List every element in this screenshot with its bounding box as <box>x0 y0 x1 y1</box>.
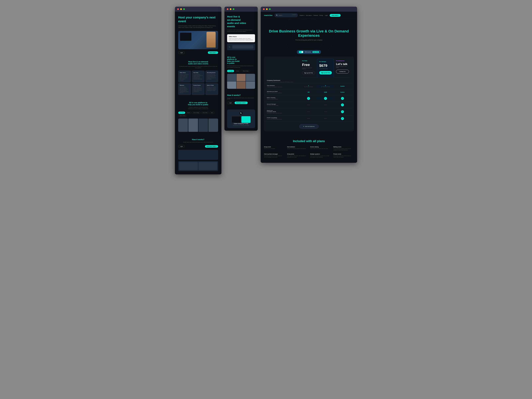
col1-tab-rooms[interactable]: Rooms <box>186 112 191 114</box>
dash-icon-free-account <box>307 105 310 105</box>
plan-note-startup: /month billed yearly <box>319 68 332 69</box>
col2-tech-talks-label: Te... <box>229 46 231 48</box>
pricing-hero: Drive Business Growth via Live & On Dema… <box>261 19 357 47</box>
col1-tab-chat[interactable]: Chat & Polls <box>201 112 209 114</box>
plan-btn-enterprise[interactable]: Contact Us <box>336 70 349 74</box>
billing-toggle[interactable]: Billed yearly Save 15% <box>297 50 321 54</box>
row-free-account <box>300 105 317 105</box>
chevron-down-icon: ▾ <box>303 126 304 127</box>
nav-explore[interactable]: Explore ▾ <box>300 15 304 16</box>
browser-chrome-col1 <box>175 7 222 12</box>
col1-section3: All in one platform tohelp you build in … <box>175 98 222 135</box>
col2-tech-talks-preview <box>232 45 253 49</box>
pricing-hero-inner: Drive Business Growth via Live & On Dema… <box>266 26 352 44</box>
pricing-row-team: Team Members Invite your colleagues to y… <box>264 83 354 89</box>
col1-card-text-5: Talk about your process of building your… <box>207 86 217 91</box>
plan-label-free: For Trials <box>302 60 315 61</box>
dash-icon-free-studio <box>307 112 310 112</box>
billing-toggle-switch[interactable] <box>299 51 304 53</box>
nav-explore-chevron: ▾ <box>304 15 304 16</box>
col2-host-button[interactable]: Host your event > <box>234 101 248 104</box>
plan-btn-free[interactable]: Sign up for Free <box>302 71 315 75</box>
col1-how-host[interactable]: Host your event > <box>205 145 218 148</box>
col2-tab-livestage[interactable]: Live Stage <box>227 70 234 72</box>
browser-dot-yellow-3 <box>266 8 268 10</box>
pricing-header: For Trials Free Forever, no credit card … <box>264 57 354 78</box>
nav-pricing[interactable]: Pricing <box>319 15 323 16</box>
col1-login-button[interactable]: Login <box>178 51 185 54</box>
browser-dot-red-3 <box>263 8 265 10</box>
col2-tab-photo[interactable]: Photo Collage <box>241 70 250 72</box>
row-startup-team: 8 then $88 per member <box>317 85 334 87</box>
col2-section2-desc: All features required to host amazing vi… <box>227 65 255 68</box>
col1-tab-photo[interactable]: Photo Collage <box>192 112 201 114</box>
check-icon-enterprise-rtmp: ✓ <box>341 117 344 120</box>
row-label-account: Account Manager Your dedicated consultan… <box>267 104 300 106</box>
col2-claim-card: 🔍 Claim Company Profile Find & claim you… <box>227 110 255 128</box>
dash-icon-free-rtmp <box>307 118 310 119</box>
included-waiting-rooms: Waiting rooms Fun & interesting waiting … <box>333 146 354 151</box>
pricing-row-attendees: Attendees per Month Make sure to reach y… <box>264 89 354 95</box>
col1-how-login[interactable]: Login <box>178 145 185 148</box>
plan-price-free: Free <box>302 63 315 67</box>
save-badge: Save 15% <box>312 51 319 53</box>
dash-icon-startup-account <box>324 105 327 105</box>
col2-claim-title: Claim Company Profile <box>229 123 253 124</box>
dash-icon-startup-rtmp <box>324 118 327 119</box>
row-enterprise-ticketing: ✓ <box>334 97 351 100</box>
view-all-button[interactable]: ▾ View all features <box>299 124 319 129</box>
pricing-row-rtmp: RTMP Compatibility Stream with professio… <box>264 115 354 122</box>
col1-cards-grid: Office Hours Answer your customer's ques… <box>178 71 218 95</box>
col2-video-preview <box>227 74 255 89</box>
pricing-header-empty <box>267 60 300 78</box>
col2-screens-preview <box>229 116 253 123</box>
col1-tab-vibes[interactable]: Vibes <box>209 112 215 114</box>
pricing-subtitle: Pick the pricing plan perfect for your c… <box>266 39 352 41</box>
col2-person-6 <box>246 82 255 89</box>
included-group-photo: Group photo Take a group selfie photo wi… <box>287 153 308 158</box>
navbar: reach.live 🔍 Search . Explore ▾ Use case… <box>261 12 357 19</box>
pricing-row-account: Account Manager Your dedicated consultan… <box>264 101 354 108</box>
col2-login-button[interactable]: Login <box>227 101 234 104</box>
nav-host-button[interactable]: Host event > <box>330 14 341 17</box>
browser-window-col2: Host live &on-demandaudio and videoevent… <box>224 7 258 131</box>
plan-price-enterprise: Let's talk <box>336 63 349 66</box>
browser-window-col1: Host your company's next event Unlock th… <box>175 7 222 174</box>
col1-host-button[interactable]: Host event > <box>208 51 218 54</box>
plan-col-free: For Trials Free Forever, no credit card … <box>300 60 317 78</box>
col1-card-tech-talks: Tech Talks Host interesting & engaging t… <box>192 71 204 82</box>
nav-features-label: Features <box>313 15 318 16</box>
row-startup-attendees: 5,000 <box>317 92 334 93</box>
section-label-text: Company Dashboard <box>267 80 300 81</box>
nav-links: Explore ▾ Use cases ▾ Features Pricing <box>300 15 323 16</box>
nav-login-button[interactable]: Login <box>325 15 328 16</box>
col1-how-title: How it works? <box>178 139 218 140</box>
col2-person-1 <box>227 74 236 81</box>
row-label-rtmp: RTMP Compatibility Stream with professio… <box>267 117 300 120</box>
browser-window-col3: reach.live 🔍 Search . Explore ▾ Use case… <box>261 7 357 163</box>
col1-tab-livestage[interactable]: Live Stage <box>178 112 185 114</box>
nav-usecases[interactable]: Use cases ▾ <box>306 15 312 16</box>
plan-btn-startup[interactable]: Sign up for Free <box>319 71 332 75</box>
plan-col-startup: For Startups $679 /month billed yearly S… <box>317 59 334 78</box>
logo: reach.live <box>264 14 272 16</box>
plan-note-free: Forever, no credit card required <box>302 67 315 69</box>
search-box[interactable]: 🔍 Search . <box>274 13 298 17</box>
col1-photo-grid <box>178 119 218 132</box>
browser-dot-red <box>177 8 179 10</box>
browser-dot-yellow-2 <box>230 8 231 10</box>
col2-screen-2 <box>241 116 251 123</box>
col2-person-3 <box>246 74 255 81</box>
row-startup-ticketing: ✓ <box>317 97 334 100</box>
col1-tab-stream[interactable]: Stream Videos <box>178 114 187 117</box>
nav-usecases-chevron: ▾ <box>311 15 312 16</box>
search-icon: 🔍 <box>276 15 278 16</box>
search-input[interactable] <box>279 15 291 16</box>
pricing-row-studio: Reach.LiveProduction Studio Film-quality… <box>264 108 354 115</box>
nav-features[interactable]: Features <box>313 15 318 16</box>
col1-person-silhouette <box>207 32 216 48</box>
row-label-ticketing: Built-in Ticketing Powerful ticketing sy… <box>267 97 300 100</box>
nav-host-label: Host event > <box>332 15 339 16</box>
view-all-row: ▾ View all features <box>264 122 354 131</box>
col2-tab-rooms[interactable]: Rooms <box>235 70 241 72</box>
